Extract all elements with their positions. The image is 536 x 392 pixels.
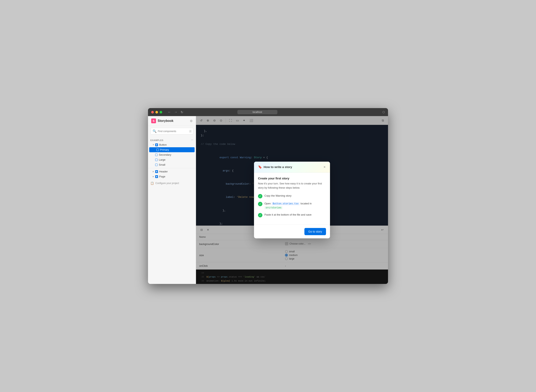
- sidebar-item-label-header: Header: [159, 170, 168, 173]
- modal-footer: Go to story: [254, 224, 330, 238]
- expand-icon: ▾: [153, 144, 154, 146]
- sidebar: S Storybook ⚙ 🔍 / EXAMPLES ⋯ ▾ ⊞: [148, 116, 196, 284]
- step-text-3: Paste it at the bottom of the file and s…: [264, 213, 312, 217]
- expand-icon-page: ▸: [153, 175, 154, 178]
- configure-icon: 📋: [150, 182, 154, 185]
- gear-icon[interactable]: ⚙: [190, 119, 193, 123]
- modal-header: 🔖 How to write a story ×: [254, 162, 330, 173]
- check-icon-2: ✓: [258, 202, 262, 206]
- sidebar-item-page[interactable]: ▸ ⊞ Page: [148, 174, 196, 179]
- check-icon-1: ✓: [258, 194, 262, 198]
- sidebar-item-label-small: Small: [159, 163, 165, 166]
- sidebar-item-primary[interactable]: Primary: [149, 147, 194, 152]
- sidebar-item-large[interactable]: Large: [148, 157, 196, 162]
- modal-section-title: Create your first story: [258, 177, 326, 180]
- sidebar-item-small[interactable]: Small: [148, 162, 196, 167]
- sidebar-logo: S Storybook: [151, 118, 173, 123]
- section-collapse-icon[interactable]: ⋯: [191, 139, 193, 141]
- title-bar: ← → ↻ localhost ⬡: [148, 108, 388, 116]
- step-item-3: ✓ Paste it at the bottom of the file and…: [258, 213, 326, 217]
- component-icon: ⊞: [155, 144, 158, 146]
- component-icon-header: ⊞: [155, 170, 158, 173]
- story-dot-primary: [157, 149, 159, 151]
- sidebar-item-label-primary: Primary: [160, 148, 169, 151]
- sidebar-item-label-large: Large: [159, 158, 165, 161]
- section-label-examples: EXAMPLES: [150, 139, 163, 141]
- check-icon-3: ✓: [258, 213, 262, 217]
- sidebar-item-button[interactable]: ▾ ⊞ Button: [148, 142, 196, 147]
- story-dot-secondary: [155, 154, 158, 156]
- path-ref: src/stories: [264, 206, 283, 209]
- step-text-1: Copy the Warning story: [264, 194, 291, 198]
- section-header-examples: EXAMPLES ⋯: [148, 138, 196, 142]
- story-dot-small: [155, 164, 158, 166]
- modal-title-row: 🔖 How to write a story: [258, 165, 292, 169]
- component-icon-page: ⊞: [155, 175, 158, 178]
- modal-close-button[interactable]: ×: [323, 165, 326, 169]
- modal-title: How to write a story: [264, 165, 292, 169]
- refresh-button[interactable]: ↻: [180, 110, 184, 114]
- minimize-button[interactable]: [155, 111, 158, 113]
- main-area: ↺ ⊕ ⊖ ⊙ ⛶ ▭ ✦ ⬜ ⧉ }, };: [196, 116, 388, 284]
- sidebar-item-label-secondary: Secondary: [159, 153, 171, 156]
- sidebar-header: S Storybook ⚙: [148, 116, 196, 126]
- sidebar-item-header[interactable]: ▸ ⊞ Header: [148, 169, 196, 174]
- external-link-button[interactable]: ⬡: [382, 111, 385, 114]
- sidebar-item-label-page: Page: [159, 175, 165, 178]
- sidebar-item-configure[interactable]: 📋 Configure your project: [148, 181, 196, 186]
- back-button[interactable]: ←: [167, 110, 172, 114]
- sidebar-item-label-configure: Configure your project: [155, 182, 179, 185]
- modal-body: Create your first story Now it's your tu…: [254, 173, 330, 225]
- search-bar[interactable]: 🔍 /: [150, 128, 193, 135]
- step-text-2: Open Button.stories.tsx located in src/s…: [264, 202, 326, 210]
- story-dot-large: [155, 159, 158, 161]
- browser-window: ← → ↻ localhost ⬡ S Storybook ⚙ 🔍 /: [148, 108, 388, 284]
- step-item-2: ✓ Open Button.stories.tsx located in src…: [258, 202, 326, 210]
- search-slash: /: [189, 130, 192, 133]
- go-to-story-button[interactable]: Go to story: [304, 228, 326, 235]
- step-item-1: ✓ Copy the Warning story: [258, 194, 326, 198]
- forward-button[interactable]: →: [173, 110, 178, 114]
- close-button[interactable]: [151, 111, 154, 113]
- modal-how-to-write-story: 🔖 How to write a story × Create your fir…: [254, 162, 330, 238]
- file-ref: Button.stories.tsx: [271, 202, 300, 205]
- maximize-button[interactable]: [160, 111, 162, 113]
- modal-description: Now it's your turn. See how easy it is t…: [258, 182, 326, 190]
- app-content: S Storybook ⚙ 🔍 / EXAMPLES ⋯ ▾ ⊞: [148, 116, 388, 284]
- app-name: Storybook: [158, 119, 173, 123]
- search-input[interactable]: [158, 130, 188, 133]
- expand-icon-header: ▸: [153, 170, 154, 173]
- nav-section-examples: EXAMPLES ⋯ ▾ ⊞ Button Primary Secondary: [148, 136, 196, 181]
- sidebar-item-label-button: Button: [159, 143, 167, 146]
- search-icon: 🔍: [153, 129, 157, 133]
- storybook-logo-icon: S: [151, 118, 156, 123]
- address-bar[interactable]: localhost: [237, 110, 277, 114]
- modal-overlay[interactable]: 🔖 How to write a story × Create your fir…: [196, 116, 388, 284]
- divider: [148, 168, 196, 168]
- sidebar-item-secondary[interactable]: Secondary: [148, 152, 196, 157]
- bookmark-icon: 🔖: [258, 165, 262, 169]
